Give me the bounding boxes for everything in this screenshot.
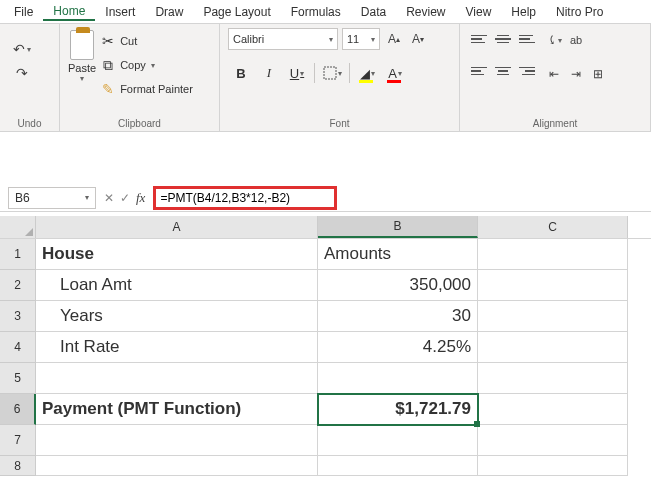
tab-data[interactable]: Data (351, 3, 396, 21)
row-header-5[interactable]: 5 (0, 363, 36, 394)
align-right-button[interactable] (516, 60, 538, 82)
align-left-button[interactable] (468, 60, 490, 82)
tab-page-layout[interactable]: Page Layout (193, 3, 280, 21)
row-header-7[interactable]: 7 (0, 425, 36, 456)
decrease-indent-button[interactable]: ⇤ (544, 64, 564, 84)
undo-button[interactable]: ↶▾ (8, 38, 36, 60)
underline-button[interactable]: U▾ (284, 60, 310, 86)
tab-home[interactable]: Home (43, 2, 95, 21)
cancel-formula-icon[interactable]: ✕ (104, 191, 114, 205)
align-top-button[interactable] (468, 28, 490, 50)
row-header-8[interactable]: 8 (0, 456, 36, 476)
row-header-2[interactable]: 2 (0, 270, 36, 301)
select-all-corner[interactable] (0, 216, 36, 238)
cell-B5[interactable] (318, 363, 478, 394)
cell-C7[interactable] (478, 425, 628, 456)
cell-C2[interactable] (478, 270, 628, 301)
merge-button[interactable]: ⊞ (588, 64, 608, 84)
formula-highlight (153, 186, 337, 210)
undo-group-label: Undo (8, 118, 51, 129)
svg-rect-0 (324, 67, 336, 79)
cell-C3[interactable] (478, 301, 628, 332)
formula-bar: B6 ▾ ✕ ✓ fx (0, 184, 651, 212)
cell-B6[interactable]: $1,721.79 (318, 394, 478, 425)
cell-B1[interactable]: Amounts (318, 239, 478, 270)
tab-view[interactable]: View (456, 3, 502, 21)
decrease-font-button[interactable]: A▾ (408, 29, 428, 49)
cell-C1[interactable] (478, 239, 628, 270)
chevron-down-icon: ▾ (80, 74, 84, 83)
font-name-select[interactable]: Calibri▾ (228, 28, 338, 50)
col-header-C[interactable]: C (478, 216, 628, 238)
bucket-icon: ◢ (360, 66, 370, 81)
col-header-B[interactable]: B (318, 216, 478, 238)
cell-B7[interactable] (318, 425, 478, 456)
increase-indent-button[interactable]: ⇥ (566, 64, 586, 84)
row-header-4[interactable]: 4 (0, 332, 36, 363)
formula-input[interactable] (160, 191, 330, 205)
fill-color-button[interactable]: ◢ ▾ (354, 60, 380, 86)
col-header-A[interactable]: A (36, 216, 318, 238)
bold-button[interactable]: B (228, 60, 254, 86)
redo-button[interactable]: ↷ (8, 62, 36, 84)
clipboard-group-label: Clipboard (68, 118, 211, 129)
cell-C6[interactable] (478, 394, 628, 425)
tab-nitro[interactable]: Nitro Pro (546, 3, 613, 21)
borders-button[interactable]: ▾ (319, 60, 345, 86)
tab-draw[interactable]: Draw (145, 3, 193, 21)
tab-insert[interactable]: Insert (95, 3, 145, 21)
cut-button[interactable]: ✂ Cut (100, 30, 193, 52)
cell-C4[interactable] (478, 332, 628, 363)
cell-A2[interactable]: Loan Amt (36, 270, 318, 301)
alignment-group-label: Alignment (468, 118, 642, 129)
brush-icon: ✎ (100, 81, 116, 97)
cell-B8[interactable] (318, 456, 478, 476)
tab-formulas[interactable]: Formulas (281, 3, 351, 21)
tab-help[interactable]: Help (501, 3, 546, 21)
ribbon: ↶▾ ↷ Undo Paste ▾ ✂ Cut ⧉ Copy ▾ (0, 24, 651, 132)
row-header-3[interactable]: 3 (0, 301, 36, 332)
border-icon (323, 66, 337, 80)
cell-A4[interactable]: Int Rate (36, 332, 318, 363)
cell-B2[interactable]: 350,000 (318, 270, 478, 301)
menu-bar: File Home Insert Draw Page Layout Formul… (0, 0, 651, 24)
chevron-down-icon: ▾ (85, 193, 89, 202)
font-size-select[interactable]: 11▾ (342, 28, 380, 50)
increase-font-button[interactable]: A▴ (384, 29, 404, 49)
align-center-button[interactable] (492, 60, 514, 82)
align-bottom-button[interactable] (516, 28, 538, 50)
align-middle-button[interactable] (492, 28, 514, 50)
cell-B4[interactable]: 4.25% (318, 332, 478, 363)
cell-A3[interactable]: Years (36, 301, 318, 332)
format-painter-button[interactable]: ✎ Format Painter (100, 78, 193, 100)
row-header-6[interactable]: 6 (0, 394, 36, 425)
enter-formula-icon[interactable]: ✓ (120, 191, 130, 205)
cell-A6[interactable]: Payment (PMT Function) (36, 394, 318, 425)
tab-review[interactable]: Review (396, 3, 455, 21)
cell-A7[interactable] (36, 425, 318, 456)
name-box[interactable]: B6 ▾ (8, 187, 96, 209)
cell-A1[interactable]: House (36, 239, 318, 270)
italic-button[interactable]: I (256, 60, 282, 86)
cell-C5[interactable] (478, 363, 628, 394)
scissors-icon: ✂ (100, 33, 116, 49)
orientation-button[interactable]: ⤹▾ (544, 30, 564, 50)
cell-C8[interactable] (478, 456, 628, 476)
cell-A8[interactable] (36, 456, 318, 476)
fx-icon[interactable]: fx (136, 190, 145, 206)
cell-A5[interactable] (36, 363, 318, 394)
paste-icon (70, 30, 94, 60)
row-header-1[interactable]: 1 (0, 239, 36, 270)
tab-file[interactable]: File (4, 3, 43, 21)
font-color-button[interactable]: A ▾ (382, 60, 408, 86)
cell-B3[interactable]: 30 (318, 301, 478, 332)
font-group-label: Font (228, 118, 451, 129)
wrap-text-button[interactable]: ab (566, 30, 586, 50)
copy-icon: ⧉ (100, 57, 116, 73)
copy-button[interactable]: ⧉ Copy ▾ (100, 54, 193, 76)
paste-button[interactable]: Paste ▾ (68, 28, 96, 83)
worksheet: A B C 1 House Amounts 2 Loan Amt 350,000… (0, 216, 651, 476)
